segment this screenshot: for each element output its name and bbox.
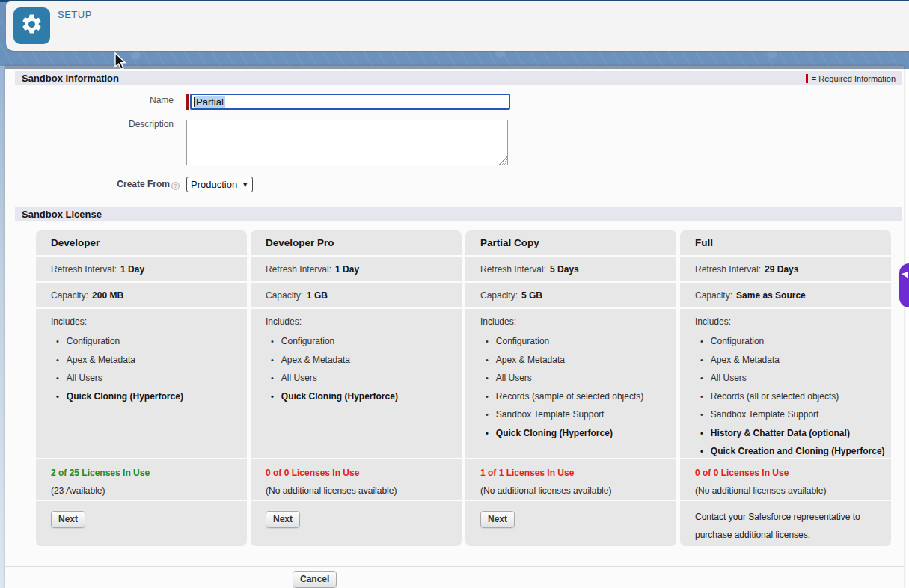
- new-sandbox-panel: Sandbox Information = Required Informati…: [5, 66, 904, 588]
- footer-divider: [5, 566, 904, 567]
- sandbox-license-header: Sandbox License: [15, 207, 902, 221]
- name-input-value: Partial: [195, 96, 225, 108]
- include-item: All Users: [486, 373, 676, 383]
- include-item: Apex & Metadata: [486, 355, 676, 365]
- includes-row: Includes: Configuration Apex & Metadata …: [251, 309, 462, 458]
- sandbox-information-header: Sandbox Information = Required Informati…: [15, 71, 902, 85]
- license-status-row: 1 of 1 Licenses In Use (No additional li…: [465, 459, 676, 500]
- includes-list: Configuration Apex & Metadata All Users …: [480, 336, 676, 438]
- includes-label: Includes:: [480, 316, 676, 327]
- license-note: (No additional licenses available): [480, 486, 676, 496]
- include-item: Configuration: [56, 336, 247, 346]
- include-item: Sandbox Template Support: [700, 409, 891, 420]
- includes-list: Configuration Apex & Metadata All Users …: [695, 336, 891, 456]
- license-card-partial-copy: Partial Copy Refresh Interval: 5 Days Ca…: [465, 230, 676, 546]
- license-cards: Developer Refresh Interval: 1 Day Capaci…: [36, 230, 891, 546]
- include-item: Sandbox Template Support: [486, 409, 676, 420]
- name-field-group: Partial: [186, 94, 510, 110]
- include-item: Configuration: [700, 336, 891, 346]
- required-field-bar: [186, 94, 189, 110]
- refresh-interval-row: Refresh Interval: 29 Days: [680, 257, 891, 281]
- setup-title: SETUP: [58, 9, 92, 20]
- description-label: Description: [43, 119, 174, 129]
- include-item: Quick Cloning (Hyperforce): [271, 391, 462, 402]
- card-title: Partial Copy: [465, 230, 676, 255]
- card-title: Full: [680, 230, 891, 255]
- required-indicator-icon: [806, 74, 808, 83]
- refresh-interval-row: Refresh Interval: 1 Day: [36, 257, 247, 281]
- license-status: 1 of 1 Licenses In Use: [480, 468, 676, 478]
- capacity-row: Capacity: 5 GB: [465, 283, 676, 307]
- license-card-developer-pro: Developer Pro Refresh Interval: 1 Day Ca…: [251, 230, 462, 546]
- include-item: Apex & Metadata: [700, 355, 891, 365]
- include-item: Configuration: [486, 336, 676, 346]
- license-note: (No additional licenses available): [266, 486, 462, 496]
- card-action-row: Next: [36, 501, 247, 546]
- capacity-row: Capacity: 1 GB: [251, 283, 462, 307]
- help-icon[interactable]: ?: [171, 182, 180, 190]
- include-item: Quick Creation and Cloning (Hyperforce): [700, 446, 891, 456]
- next-button-partial-copy[interactable]: Next: [480, 511, 515, 528]
- sandbox-information-title: Sandbox Information: [15, 73, 119, 84]
- sandbox-license-title: Sandbox License: [15, 209, 102, 220]
- gear-icon: [20, 13, 43, 39]
- left-margin-strip: [0, 66, 5, 588]
- includes-label: Includes:: [695, 316, 891, 327]
- includes-list: Configuration Apex & Metadata All Users …: [266, 336, 462, 402]
- license-status-row: 0 of 0 Licenses In Use (No additional li…: [251, 459, 462, 500]
- capacity-row: Capacity: 200 MB: [36, 283, 247, 307]
- include-item: Quick Cloning (Hyperforce): [56, 391, 247, 402]
- includes-label: Includes:: [51, 316, 247, 327]
- license-note: (23 Available): [51, 486, 247, 496]
- include-item: Apex & Metadata: [271, 355, 462, 365]
- textarea-resize-handle[interactable]: [499, 156, 507, 165]
- card-action-row: Next: [465, 501, 676, 546]
- card-title: Developer: [36, 230, 247, 255]
- include-item: History & Chatter Data (optional): [700, 428, 891, 438]
- capacity-row: Capacity: Same as Source: [680, 283, 891, 307]
- name-input[interactable]: Partial: [190, 94, 510, 110]
- salesforce-setup-page: SETUP Sandbox Information = Required Inf…: [0, 0, 909, 588]
- license-status-row: 2 of 25 Licenses In Use (23 Available): [36, 459, 247, 500]
- include-item: Apex & Metadata: [56, 355, 247, 365]
- includes-list: Configuration Apex & Metadata All Users …: [51, 336, 247, 402]
- global-header: SETUP: [6, 1, 909, 51]
- next-button-developer-pro[interactable]: Next: [266, 511, 300, 528]
- setup-gear-tile[interactable]: [13, 7, 50, 44]
- include-item: All Users: [56, 373, 247, 383]
- feedback-tab[interactable]: [899, 263, 909, 307]
- include-item: All Users: [271, 373, 462, 383]
- create-from-select[interactable]: Production ▼: [186, 177, 253, 192]
- refresh-interval-row: Refresh Interval: 1 Day: [251, 257, 462, 281]
- feedback-icon: [901, 271, 909, 280]
- includes-label: Includes:: [266, 316, 462, 327]
- include-item: All Users: [700, 373, 891, 383]
- chevron-down-icon: ▼: [242, 181, 248, 189]
- license-card-developer: Developer Refresh Interval: 1 Day Capaci…: [36, 230, 247, 546]
- cancel-button[interactable]: Cancel: [293, 571, 337, 588]
- license-card-full: Full Refresh Interval: 29 Days Capacity:…: [680, 230, 891, 546]
- include-item: Configuration: [271, 336, 462, 346]
- includes-row: Includes: Configuration Apex & Metadata …: [36, 309, 247, 458]
- license-status: 0 of 0 Licenses In Use: [695, 468, 891, 478]
- required-legend: = Required Information: [806, 74, 902, 83]
- create-from-value: Production: [191, 179, 237, 190]
- license-note: (No additional licenses available): [695, 486, 891, 496]
- name-label: Name: [43, 95, 174, 105]
- card-title: Developer Pro: [251, 230, 462, 255]
- refresh-interval-row: Refresh Interval: 5 Days: [465, 257, 676, 281]
- license-status-row: 0 of 0 Licenses In Use (No additional li…: [680, 459, 891, 500]
- include-item: Quick Cloning (Hyperforce): [486, 428, 676, 438]
- card-action-row: Contact your Salesforce representative t…: [680, 501, 891, 546]
- includes-row: Includes: Configuration Apex & Metadata …: [680, 309, 891, 458]
- create-from-label: Create From?: [43, 179, 180, 190]
- license-status: 0 of 0 Licenses In Use: [266, 468, 462, 478]
- text-caret: [194, 97, 195, 107]
- description-textarea[interactable]: [186, 120, 508, 165]
- includes-row: Includes: Configuration Apex & Metadata …: [465, 309, 676, 458]
- include-item: Records (all or selected objects): [700, 391, 891, 402]
- contact-sales-text: Contact your Salesforce representative t…: [695, 508, 891, 544]
- include-item: Records (sample of selected objects): [486, 391, 676, 402]
- next-button-developer[interactable]: Next: [51, 511, 85, 528]
- required-legend-text: = Required Information: [812, 74, 896, 83]
